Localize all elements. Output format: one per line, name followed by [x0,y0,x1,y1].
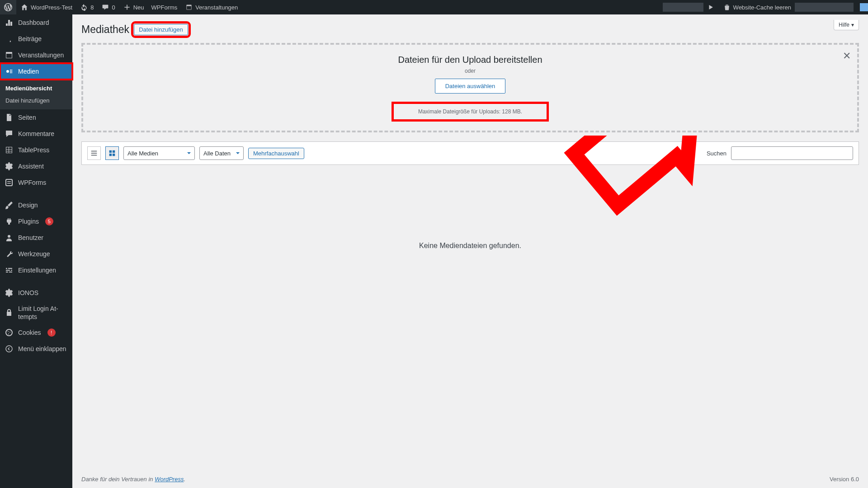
page-title: Mediathek [81,23,129,36]
admin-bar: WordPress-Test 8 0 Neu WPForms [0,0,868,14]
close-icon: ✕ [843,50,851,61]
svg-rect-11 [91,153,97,154]
sidebar-label: Beiträge [18,35,42,43]
svg-rect-1 [6,179,12,186]
sidebar-item-wpforms[interactable]: WPForms [0,174,72,191]
media-type-value: Alle Medien [127,150,158,157]
comments[interactable]: 0 [97,0,118,14]
sidebar-item-posts[interactable]: Beiträge [0,31,72,47]
ab-events-label: Veranstaltungen [195,4,238,11]
bulk-select-button[interactable]: Mehrfachauswahl [248,148,304,159]
help-label: Hilfe [839,22,849,28]
chevron-down-icon: ▾ [851,22,854,28]
sidebar-item-cookies[interactable]: Cookies ! [0,324,72,341]
max-upload-size: Maximale Dateigröße für Uploads: 128 MB. [392,102,549,122]
sidebar-label: Limit Login At-tempts [18,305,68,321]
refresh-icon [80,3,89,12]
grid-view-button[interactable] [105,146,119,160]
sidebar-item-pages[interactable]: Seiten [0,109,72,126]
svg-rect-13 [109,150,112,153]
svg-rect-15 [109,154,112,156]
sidebar-label: Design [18,201,38,209]
ab-input-1[interactable] [663,3,703,12]
sidebar-item-settings[interactable]: Einstellungen [0,262,72,278]
upload-dropzone[interactable]: ✕ Dateien für den Upload bereitstellen o… [81,43,859,132]
footer-wordpress-link[interactable]: WordPress [155,476,184,483]
svg-rect-3 [7,183,11,184]
dropzone-or: oder [83,68,857,74]
user-avatar[interactable] [860,3,868,11]
cache-clear[interactable]: Website-Cache leeren [719,0,795,14]
submenu-media-add[interactable]: Datei hinzufügen [0,94,72,107]
search-input[interactable] [731,146,853,160]
sidebar-item-dashboard[interactable]: Dashboard [0,14,72,31]
sidebar-label: Menü einklappen [18,345,66,353]
sidebar-item-design[interactable]: Design [0,197,72,213]
form-icon [5,178,14,187]
media-type-filter[interactable]: Alle Medien [123,146,195,160]
svg-point-9 [6,346,12,352]
sidebar-item-ionos[interactable]: IONOS [0,285,72,301]
ab-events[interactable]: Veranstaltungen [181,0,241,14]
collapse-icon [5,344,14,353]
page-header: Mediathek Datei hinzufügen [81,23,859,36]
svg-rect-12 [91,155,97,156]
page-footer: Danke für dein Vertrauen in WordPress. V… [72,470,868,488]
svg-point-8 [8,333,9,334]
sidebar-item-limit-login[interactable]: Limit Login At-tempts [0,301,72,324]
dropzone-heading: Dateien für den Upload bereitstellen [83,55,857,65]
sidebar-item-tablepress[interactable]: TablePress [0,142,72,158]
add-file-button[interactable]: Datei hinzufügen [134,24,188,35]
sidebar-label: Benutzer [18,234,43,242]
help-toggle[interactable]: Hilfe ▾ [834,20,859,30]
sidebar-label: Veranstaltungen [18,51,64,59]
pin-icon [5,34,14,43]
plugin-icon [5,217,14,226]
gear-icon [5,288,14,297]
sidebar-item-tools[interactable]: Werkzeuge [0,246,72,262]
wordpress-icon [4,3,13,12]
plus-icon [123,3,132,12]
sidebar-item-assistant[interactable]: Assistent [0,158,72,174]
sidebar-item-comments[interactable]: Kommentare [0,126,72,142]
sidebar-item-users[interactable]: Benutzer [0,230,72,246]
svg-point-0 [6,70,9,73]
ab-wpforms[interactable]: WPForms [148,0,181,14]
lock-icon [5,308,14,317]
date-filter[interactable]: Alle Daten [199,146,244,160]
search-label: Suchen [707,150,726,157]
play-icon[interactable] [706,3,715,12]
wrench-icon [5,249,14,258]
svg-point-6 [8,331,9,332]
list-icon [90,149,98,157]
wp-logo[interactable] [0,0,16,14]
sidebar-label: Werkzeuge [18,250,50,258]
new-content[interactable]: Neu [119,0,148,14]
list-view-button[interactable] [87,146,101,160]
sidebar-item-events[interactable]: Veranstaltungen [0,47,72,63]
sidebar-collapse[interactable]: Menü einklappen [0,341,72,357]
submenu-media-overview[interactable]: Medienübersicht [0,82,72,94]
sidebar-label: IONOS [18,289,38,297]
sidebar-item-plugins[interactable]: Plugins 5 [0,213,72,230]
sidebar-label: Medien [18,67,39,75]
trash-icon [722,3,731,12]
updates-count: 8 [90,4,94,11]
svg-rect-2 [7,181,11,182]
sidebar-label: WPForms [18,178,46,187]
ab-input-2[interactable] [795,3,854,12]
page-wrap: Hilfe ▾ Mediathek Datei hinzufügen ✕ Dat… [72,14,868,488]
sidebar-item-media[interactable]: Medien [0,63,72,80]
sidebar-label: Plugins [18,217,39,225]
select-files-button[interactable]: Dateien auswählen [435,79,506,94]
table-icon [5,145,14,155]
cache-label: Website-Cache leeren [733,4,791,11]
sliders-icon [5,266,14,275]
calendar-icon [184,3,193,12]
updates[interactable]: 8 [76,0,97,14]
close-dropzone-button[interactable]: ✕ [843,50,851,62]
site-name[interactable]: WordPress-Test [16,0,76,14]
sidebar-label: Einstellungen [18,266,56,274]
ab-wpforms-label: WPForms [151,4,178,11]
user-icon [5,233,14,242]
